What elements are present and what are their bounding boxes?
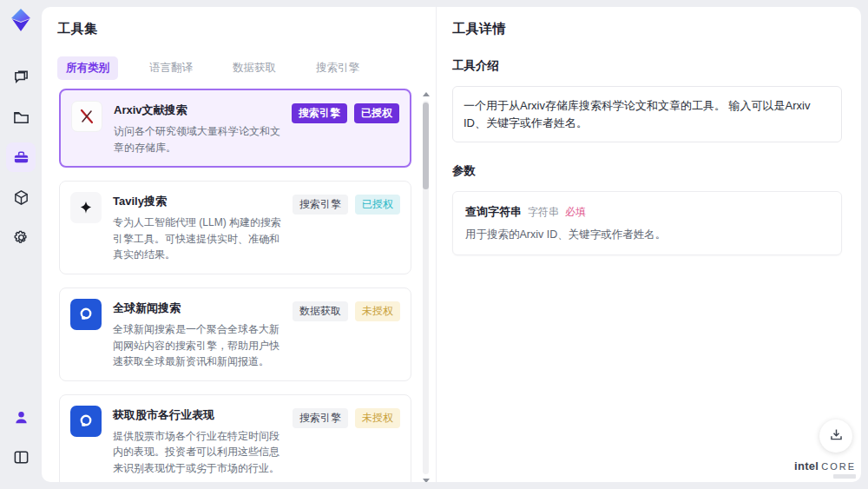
param-type: 字符串 [528,205,559,220]
intro-text: 一个用于从Arxiv存储库搜索科学论文和文章的工具。 输入可以是Arxiv ID… [464,99,810,129]
sidebar-item-files[interactable] [6,102,36,132]
download-icon [829,427,844,445]
intro-box: 一个用于从Arxiv存储库搜索科学论文和文章的工具。 输入可以是Arxiv ID… [452,86,842,142]
toolset-title: 工具集 [57,21,436,37]
tool-name: Tavily搜索 [113,194,281,209]
tab-all-categories[interactable]: 所有类别 [57,56,118,80]
scroll-up-arrow[interactable] [423,92,430,96]
tool-desc: 全球新闻搜索是一个聚合全球各大新闻网站内容的搜索引擎，帮助用户快速获取全球最新资… [113,321,281,370]
sidebar-item-plugins[interactable] [6,182,36,212]
auth-badge: 已授权 [354,103,399,123]
tool-name: 全球新闻搜索 [113,301,281,316]
sidebar-item-panel-toggle[interactable] [6,442,36,472]
param-card: 查询字符串 字符串 必填 用于搜索的Arxiv ID、关键字或作者姓名。 [452,191,842,255]
tavily-icon [70,192,102,223]
briefcase-icon [13,149,30,166]
params-heading: 参数 [452,163,842,179]
tool-desc: 提供股票市场各个行业在特定时间段内的表现。投资者可以利用这些信息来识别表现优于或… [113,428,281,477]
sidebar-item-chat[interactable] [6,63,36,92]
category-tabs: 所有类别 语言翻译 数据获取 搜索引擎 [57,56,436,80]
stock-sector-icon [70,406,102,437]
category-badge: 搜索引擎 [293,408,348,428]
detail-title: 工具详情 [452,21,842,37]
tool-detail-pane: 工具详情 工具介绍 一个用于从Arxiv存储库搜索科学论文和文章的工具。 输入可… [436,7,861,482]
tab-search-engine[interactable]: 搜索引擎 [307,56,368,80]
auth-badge: 未授权 [355,408,400,428]
arxiv-icon [71,101,102,132]
intro-heading: 工具介绍 [452,58,842,74]
param-name: 查询字符串 [465,204,522,220]
tab-translation[interactable]: 语言翻译 [141,56,201,80]
intel-wordmark: intel [794,460,819,472]
folder-icon [13,109,30,126]
gear-icon [13,229,30,246]
user-icon [13,409,30,426]
chat-icon [13,69,30,86]
content-panel: 工具集 所有类别 语言翻译 数据获取 搜索引擎 A [42,7,861,482]
category-badge: 搜索引擎 [292,103,347,123]
tool-name: 获取股市各行业表现 [113,407,281,423]
tool-card-stock-sector[interactable]: 获取股市各行业表现 提供股票市场各个行业在特定时间段内的表现。投资者可以利用这些… [59,394,411,482]
core-wordmark: CORE [821,462,856,472]
tool-desc: 专为人工智能代理 (LLM) 构建的搜索引擎工具。可快速提供实时、准确和真实的结… [113,215,281,263]
category-badge: 数据获取 [293,301,348,321]
tool-card-global-news[interactable]: 全球新闻搜索 全球新闻搜索是一个聚合全球各大新闻网站内容的搜索引擎，帮助用户快速… [59,287,411,381]
tool-card-arxiv[interactable]: Arxiv文献搜索 访问各个研究领域大量科学论文和文章的存储库。 搜索引擎 已授… [59,89,411,168]
intel-core-logo: intel CORE [794,460,856,479]
category-badge: 搜索引擎 [293,195,348,215]
global-news-icon [70,299,102,330]
tab-data-fetch[interactable]: 数据获取 [224,56,285,80]
toolset-pane: 工具集 所有类别 语言翻译 数据获取 搜索引擎 A [42,7,436,482]
app-logo [8,7,34,33]
scroll-down-arrow[interactable] [423,479,430,482]
app-window: 工具集 所有类别 语言翻译 数据获取 搜索引擎 A [0,0,868,489]
param-required-badge: 必填 [565,205,586,220]
intel-logo-bar [833,474,856,479]
auth-badge: 已授权 [355,195,400,215]
sidebar-item-tools[interactable] [6,142,36,172]
auth-badge: 未授权 [355,301,400,321]
tool-desc: 访问各个研究领域大量科学论文和文章的存储库。 [114,123,280,155]
cube-icon [13,189,30,206]
scrollbar-thumb[interactable] [423,102,429,189]
panel-layout-icon [13,449,30,466]
tool-card-tavily[interactable]: Tavily搜索 专为人工智能代理 (LLM) 构建的搜索引擎工具。可快速提供实… [59,181,411,274]
download-button[interactable] [819,420,852,453]
list-scrollbar[interactable] [423,92,429,482]
tool-list: Arxiv文献搜索 访问各个研究领域大量科学论文和文章的存储库。 搜索引擎 已授… [57,89,436,482]
sidebar-item-settings[interactable] [6,222,36,252]
nav-rail [0,0,42,489]
tool-name: Arxiv文献搜索 [114,102,280,118]
sidebar-item-profile[interactable] [6,402,36,432]
param-desc: 用于搜索的Arxiv ID、关键字或作者姓名。 [465,228,829,242]
